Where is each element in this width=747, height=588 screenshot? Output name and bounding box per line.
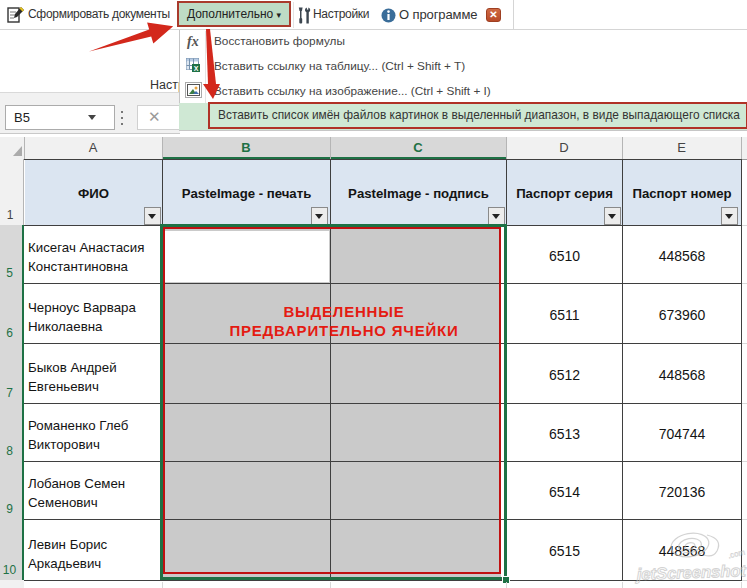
svg-text:jetScreenshot: jetScreenshot xyxy=(634,561,747,583)
svg-text:.com: .com xyxy=(727,547,746,560)
